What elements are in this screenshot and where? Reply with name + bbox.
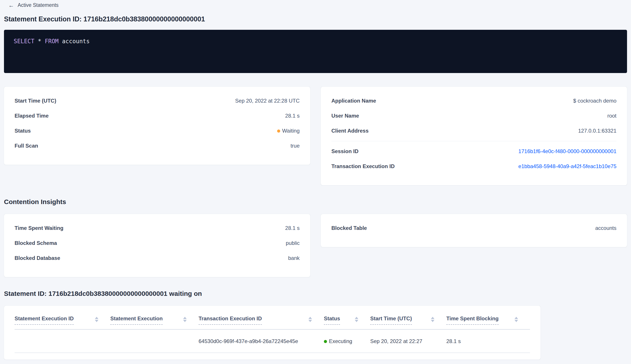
- blocked-table-value: accounts: [595, 224, 616, 232]
- statement-details-card: Start Time (UTC) Sep 20, 2022 at 22:28 U…: [4, 87, 310, 165]
- sort-icon[interactable]: [308, 316, 312, 322]
- session-id-label: Session ID: [332, 148, 358, 155]
- client-address-label: Client Address: [332, 127, 368, 134]
- card-divider: [332, 141, 616, 141]
- application-name-value: $ cockroach demo: [573, 97, 616, 104]
- detail-row-blocked-database: Blocked Database bank: [14, 250, 300, 266]
- cell-transaction-execution-id: 64530d0c-969f-437e-a9b4-26a72245e45e: [198, 330, 324, 352]
- contention-cards-row: Time Spent Waiting 28.1 s Blocked Schema…: [4, 214, 627, 277]
- arrow-left-icon: ←: [8, 2, 14, 8]
- time-spent-waiting-label: Time Spent Waiting: [14, 224, 63, 232]
- time-spent-blocking-header-label[interactable]: Time Spent Blocking: [446, 316, 498, 325]
- page-title: Statement Execution ID: 1716b218dc0b3838…: [4, 15, 627, 23]
- cell-statement-execution: [110, 330, 198, 352]
- waiting-on-table: Statement Execution ID Statement Executi…: [4, 306, 540, 360]
- cell-time-spent-blocking: 28.1 s: [446, 330, 530, 352]
- user-name-value: root: [608, 112, 616, 120]
- cell-start-time: Sep 20, 2022 at 22:27: [370, 330, 446, 352]
- detail-row-client-address: Client Address 127.0.0.1:63321: [332, 123, 616, 138]
- status-value: Waiting: [277, 127, 300, 134]
- blocked-schema-value: public: [286, 239, 300, 247]
- application-name-label: Application Name: [332, 97, 376, 104]
- statement-execution-id-header-label[interactable]: Statement Execution ID: [14, 316, 74, 325]
- detail-row-user-name: User Name root: [332, 108, 616, 123]
- start-time-value: Sep 20, 2022 at 22:28 UTC: [235, 97, 300, 104]
- column-header-status: Status: [324, 316, 370, 329]
- transaction-execution-id-link[interactable]: e1bba458-5948-40a9-a42f-5feac1b10e75: [518, 163, 616, 169]
- detail-row-session-id: Session ID 1716b1f6-4e0c-f480-0000-00000…: [332, 144, 616, 159]
- column-header-start-time: Start Time (UTC): [370, 316, 446, 329]
- elapsed-time-label: Elapsed Time: [14, 112, 48, 120]
- executing-status-dot-icon: [324, 340, 327, 343]
- waiting-on-table-header: Statement Execution ID Statement Executi…: [14, 316, 530, 330]
- detail-row-elapsed-time: Elapsed Time 28.1 s: [14, 108, 300, 123]
- start-time-header-label[interactable]: Start Time (UTC): [370, 316, 412, 325]
- contention-right-card: Blocked Table accounts: [321, 214, 627, 247]
- sort-icon[interactable]: [183, 316, 187, 322]
- sql-keyword-from: FROM: [45, 38, 59, 44]
- status-badge: Waiting: [282, 128, 300, 134]
- blocked-schema-label: Blocked Schema: [14, 239, 57, 247]
- details-cards-row: Start Time (UTC) Sep 20, 2022 at 22:28 U…: [4, 87, 627, 185]
- sql-statement-text: SELECT * FROM accounts: [14, 38, 90, 44]
- sql-statement-box: SELECT * FROM accounts: [4, 30, 627, 73]
- cell-status: Executing: [324, 330, 370, 352]
- elapsed-time-value: 28.1 s: [285, 112, 300, 120]
- status-header-label[interactable]: Status: [324, 316, 340, 325]
- detail-row-blocked-schema: Blocked Schema public: [14, 236, 300, 250]
- detail-row-transaction-execution-id: Transaction Execution ID e1bba458-5948-4…: [332, 159, 616, 174]
- sort-icon[interactable]: [95, 316, 98, 322]
- sort-icon[interactable]: [431, 316, 434, 322]
- column-header-transaction-execution-id: Transaction Execution ID: [198, 316, 324, 329]
- column-header-statement-execution: Statement Execution: [110, 316, 198, 329]
- session-details-card: Application Name $ cockroach demo User N…: [321, 87, 627, 185]
- transaction-execution-id-header-label[interactable]: Transaction Execution ID: [198, 316, 262, 325]
- contention-insights-heading: Contention Insights: [4, 198, 627, 206]
- blocked-database-value: bank: [288, 254, 300, 262]
- full-scan-value: true: [290, 142, 300, 150]
- sql-keyword-select: SELECT: [14, 38, 34, 44]
- breadcrumb-back-active-statements[interactable]: ← Active Statements: [4, 2, 627, 8]
- sort-icon[interactable]: [355, 316, 358, 322]
- statement-execution-header-label[interactable]: Statement Execution: [110, 316, 162, 325]
- session-id-link[interactable]: 1716b1f6-4e0c-f480-0000-000000000001: [518, 148, 616, 154]
- detail-row-time-spent-waiting: Time Spent Waiting 28.1 s: [14, 220, 300, 236]
- detail-row-application-name: Application Name $ cockroach demo: [332, 93, 616, 108]
- contention-left-card: Time Spent Waiting 28.1 s Blocked Schema…: [4, 214, 310, 277]
- time-spent-waiting-value: 28.1 s: [285, 224, 300, 232]
- table-row: 64530d0c-969f-437e-a9b4-26a72245e45e Exe…: [14, 330, 530, 353]
- transaction-execution-id-label: Transaction Execution ID: [332, 162, 395, 170]
- sort-icon[interactable]: [514, 316, 518, 322]
- start-time-label: Start Time (UTC): [14, 97, 56, 104]
- blocked-database-label: Blocked Database: [14, 254, 60, 262]
- detail-row-start-time: Start Time (UTC) Sep 20, 2022 at 22:28 U…: [14, 93, 300, 108]
- waiting-status-dot-icon: [277, 130, 280, 132]
- status-label: Status: [14, 127, 31, 134]
- detail-row-full-scan: Full Scan true: [14, 138, 300, 153]
- sql-plain-star: *: [34, 38, 45, 44]
- detail-row-status: Status Waiting: [14, 123, 300, 138]
- user-name-label: User Name: [332, 112, 359, 120]
- column-header-time-spent-blocking: Time Spent Blocking: [446, 316, 530, 329]
- full-scan-label: Full Scan: [14, 142, 38, 150]
- blocked-table-label: Blocked Table: [332, 224, 367, 232]
- waiting-on-heading: Statement ID: 1716b218dc0b38380000000000…: [4, 290, 627, 298]
- cell-statement-execution-id: [14, 330, 110, 352]
- detail-row-blocked-table: Blocked Table accounts: [332, 220, 616, 236]
- column-header-statement-execution-id: Statement Execution ID: [14, 316, 110, 329]
- breadcrumb-label: Active Statements: [18, 2, 58, 8]
- active-statement-details-page: ← Active Statements Statement Execution …: [0, 0, 631, 360]
- executing-status-badge: Executing: [329, 338, 352, 344]
- sql-plain-table: accounts: [59, 38, 90, 44]
- client-address-value: 127.0.0.1:63321: [578, 127, 617, 134]
